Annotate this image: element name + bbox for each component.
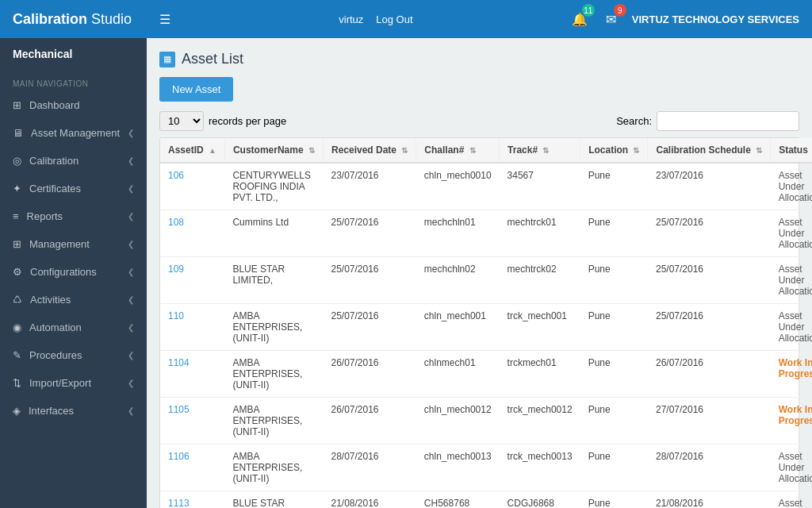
cell-received-date: 21/08/2016	[323, 491, 416, 509]
asset-id-link[interactable]: 1106	[168, 451, 190, 462]
management-icon: ⊞	[13, 238, 21, 250]
chevron-icon: ❮	[128, 212, 134, 221]
cell-status: Asset Under Allocation	[771, 210, 812, 257]
page-header: ▦ Asset List	[159, 51, 799, 67]
cell-track: mechtrck02	[500, 257, 580, 304]
col-challan[interactable]: Challan# ⇅	[416, 138, 500, 163]
sidebar-item-import-export[interactable]: ⇅ Import/Export ❮	[0, 369, 147, 397]
app-logo: Calibration Studio	[13, 11, 159, 28]
table-controls: 10 25 50 100 records per page Search:	[159, 111, 799, 131]
header-center: virtuz Log Out	[183, 13, 569, 25]
cell-customer-name: AMBA ENTERPRISES, (UNIT-II)	[224, 444, 323, 491]
company-name: VIRTUZ TECHNOLOGY SERVICES	[632, 13, 799, 25]
cell-status: Asset Under Allocation	[771, 491, 812, 509]
table-row: 110 AMBA ENTERPRISES, (UNIT-II) 25/07/20…	[160, 304, 812, 351]
col-track[interactable]: Track# ⇅	[500, 138, 580, 163]
sidebar-item-activities[interactable]: ♺ Activities ❮	[0, 286, 147, 314]
cell-challan: chln_mech001	[416, 304, 500, 351]
header: Calibration Studio ☰ virtuz Log Out 🔔 11…	[0, 0, 812, 38]
sidebar-item-configurations[interactable]: ⚙ Configurations ❮	[0, 258, 147, 286]
message-badge: 9	[614, 4, 626, 17]
search-input[interactable]	[657, 111, 799, 131]
table-row: 109 BLUE STAR LIMITED, 25/07/2016 mechch…	[160, 257, 812, 304]
sidebar-item-procedures[interactable]: ✎ Procedures ❮	[0, 341, 147, 369]
sidebar-item-calibration[interactable]: ◎ Calibration ❮	[0, 147, 147, 175]
asset-id-link[interactable]: 1104	[168, 357, 190, 368]
sidebar-item-management[interactable]: ⊞ Management ❮	[0, 230, 147, 258]
cell-cal-schedule: 25/07/2016	[648, 210, 771, 257]
main-content: ▦ Asset List New Asset 10 25 50 100 reco…	[147, 38, 812, 508]
cell-received-date: 25/07/2016	[323, 210, 416, 257]
cell-location: Pune	[580, 398, 648, 444]
records-per-page-select[interactable]: 10 25 50 100	[159, 111, 204, 131]
cell-challan: mechchln01	[416, 210, 500, 257]
sidebar-item-asset-management[interactable]: 🖥 Asset Management ❮	[0, 119, 147, 147]
asset-id-link[interactable]: 106	[168, 170, 184, 181]
sidebar-item-label: Activities	[30, 294, 71, 306]
page-title-icon: ▦	[159, 52, 175, 67]
records-per-page-label: records per page	[209, 115, 286, 127]
table-row: 1106 AMBA ENTERPRISES, (UNIT-II) 28/07/2…	[160, 444, 812, 491]
logout-link[interactable]: Log Out	[376, 13, 412, 25]
sidebar-item-label: Management	[29, 238, 90, 250]
sidebar-item-label: Dashboard	[29, 99, 80, 111]
col-received-date[interactable]: Received Date ⇅	[323, 138, 416, 163]
cell-asset-id: 1113	[160, 491, 224, 509]
sidebar-item-certificates[interactable]: ✦ Certificates ❮	[0, 175, 147, 202]
chevron-icon: ❮	[128, 156, 134, 165]
cell-received-date: 28/07/2016	[323, 444, 416, 491]
cell-challan: chln_mech0013	[416, 444, 500, 491]
cell-challan: chln_mech0012	[416, 398, 500, 444]
cell-location: Pune	[580, 491, 648, 509]
sidebar-item-interfaces[interactable]: ◈ Interfaces ❮	[0, 397, 147, 425]
table-row: 106 CENTURYWELLS ROOFING INDIA PVT. LTD.…	[160, 163, 812, 210]
col-location[interactable]: Location ⇅	[580, 138, 648, 163]
col-status[interactable]: Status ⇅	[771, 138, 812, 163]
cell-track: mechtrck01	[500, 210, 580, 257]
asset-id-link[interactable]: 110	[168, 310, 184, 321]
cell-cal-schedule: 25/07/2016	[648, 257, 771, 304]
asset-id-link[interactable]: 108	[168, 217, 184, 228]
cell-cal-schedule: 25/07/2016	[648, 304, 771, 351]
sidebar-item-label: Calibration	[29, 155, 79, 167]
asset-id-link[interactable]: 109	[168, 264, 184, 275]
page-title: Asset List	[182, 51, 243, 67]
chevron-icon: ❮	[128, 351, 134, 360]
asset-id-link[interactable]: 1113	[168, 498, 190, 508]
cell-received-date: 26/07/2016	[323, 398, 416, 444]
col-customer-name[interactable]: CustomerName ⇅	[224, 138, 323, 163]
cell-cal-schedule: 28/07/2016	[648, 444, 771, 491]
logo-bold: Calibration	[13, 11, 87, 27]
sidebar-item-dashboard[interactable]: ⊞ Dashboard	[0, 91, 147, 119]
menu-icon[interactable]: ☰	[159, 12, 170, 27]
calibration-icon: ◎	[13, 155, 21, 167]
notification-badge: 11	[582, 4, 595, 17]
col-cal-schedule[interactable]: Calibration Schedule ⇅	[648, 138, 771, 163]
asset-table-wrap: AssetID ▲ CustomerName ⇅ Received Date ⇅…	[159, 137, 799, 508]
col-asset-id[interactable]: AssetID ▲	[160, 138, 224, 163]
asset-id-link[interactable]: 1105	[168, 404, 190, 415]
notifications-button[interactable]: 🔔 11	[569, 8, 591, 30]
cell-asset-id: 1106	[160, 444, 224, 491]
sidebar-item-automation[interactable]: ◉ Automation ❮	[0, 314, 147, 341]
cell-asset-id: 110	[160, 304, 224, 351]
cell-asset-id: 1104	[160, 351, 224, 398]
new-asset-button[interactable]: New Asset	[159, 77, 233, 102]
sidebar-item-label: Import/Export	[29, 377, 91, 389]
dashboard-icon: ⊞	[13, 99, 21, 111]
sidebar-item-reports[interactable]: ≡ Reports ❮	[0, 202, 147, 230]
sidebar-item-label: Procedures	[29, 349, 82, 361]
cell-asset-id: 1105	[160, 398, 224, 444]
records-per-page: 10 25 50 100 records per page	[159, 111, 286, 131]
sidebar-item-label: Automation	[29, 321, 82, 333]
automation-icon: ◉	[13, 321, 21, 333]
sidebar-item-label: Interfaces	[29, 405, 74, 417]
cell-received-date: 26/07/2016	[323, 351, 416, 398]
cell-customer-name: AMBA ENTERPRISES, (UNIT-II)	[224, 351, 323, 398]
procedures-icon: ✎	[13, 349, 21, 361]
messages-button[interactable]: ✉ 9	[600, 8, 622, 30]
sidebar-item-label: Asset Management	[31, 127, 120, 139]
cell-asset-id: 109	[160, 257, 224, 304]
sidebar-section-label: Main Navigation	[0, 70, 147, 91]
configurations-icon: ⚙	[13, 266, 22, 278]
